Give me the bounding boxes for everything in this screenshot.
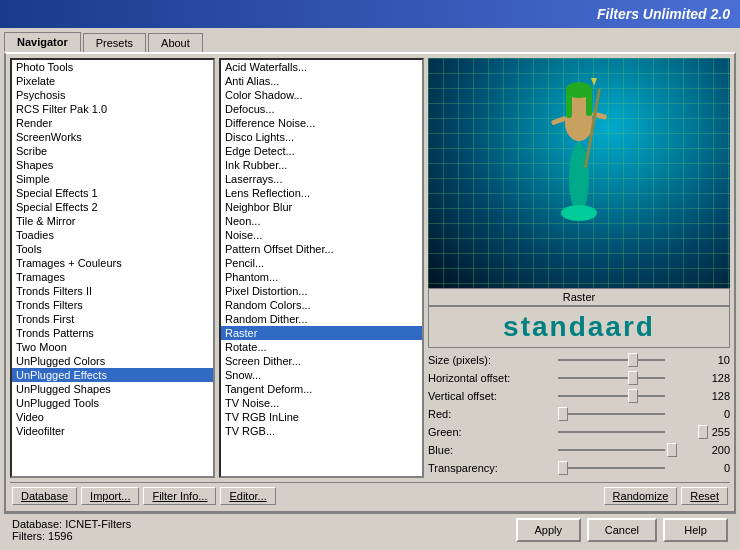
apply-button[interactable]: Apply	[516, 518, 581, 542]
tab-bar: Navigator Presets About	[4, 32, 736, 52]
middle-list-item[interactable]: Neighbor Blur	[221, 200, 422, 214]
param-slider[interactable]	[558, 424, 695, 440]
middle-list-item[interactable]: Disco Lights...	[221, 130, 422, 144]
left-list-item[interactable]: Tronds Patterns	[12, 326, 213, 340]
middle-list-item[interactable]: Laserrays...	[221, 172, 422, 186]
middle-list-item[interactable]: TV RGB InLine	[221, 410, 422, 424]
middle-list-item[interactable]: Edge Detect...	[221, 144, 422, 158]
left-list-item[interactable]: UnPlugged Tools	[12, 396, 213, 410]
middle-list-item[interactable]: TV RGB...	[221, 424, 422, 438]
svg-rect-7	[551, 116, 567, 126]
middle-list-item[interactable]: Pixel Distortion...	[221, 284, 422, 298]
tab-navigator[interactable]: Navigator	[4, 32, 81, 52]
preview-pane: Raster standaard Size (pixels):10Horizon…	[428, 58, 730, 478]
left-list-item[interactable]: Toadies	[12, 228, 213, 242]
middle-list-item[interactable]: Neon...	[221, 214, 422, 228]
left-list-item[interactable]: Two Moon	[12, 340, 213, 354]
bottom-toolbar: Database Import... Filter Info... Editor…	[10, 482, 730, 507]
filter-info-button[interactable]: Filter Info...	[143, 487, 216, 505]
middle-list-item[interactable]: Rotate...	[221, 340, 422, 354]
help-button[interactable]: Help	[663, 518, 728, 542]
left-list-item[interactable]: Tronds Filters II	[12, 284, 213, 298]
middle-list-item[interactable]: Raster	[221, 326, 422, 340]
param-slider[interactable]	[558, 406, 695, 422]
middle-list-item[interactable]: Snow...	[221, 368, 422, 382]
cancel-button[interactable]: Cancel	[587, 518, 657, 542]
left-list-item[interactable]: ScreenWorks	[12, 130, 213, 144]
param-value: 128	[695, 372, 730, 384]
preview-label: Raster	[428, 288, 730, 306]
param-value: 0	[695, 462, 730, 474]
param-row: Red:0	[428, 406, 730, 422]
params-section: Size (pixels):10Horizontal offset:128Ver…	[428, 352, 730, 478]
param-row: Transparency:0	[428, 460, 730, 476]
param-label: Size (pixels):	[428, 354, 558, 366]
left-list-item[interactable]: Pixelate	[12, 74, 213, 88]
left-list-item[interactable]: Simple	[12, 172, 213, 186]
left-list-item[interactable]: Video	[12, 410, 213, 424]
left-list-item[interactable]: Shapes	[12, 158, 213, 172]
middle-list-item[interactable]: Ink Rubber...	[221, 158, 422, 172]
editor-button[interactable]: Editor...	[220, 487, 275, 505]
import-button[interactable]: Import...	[81, 487, 139, 505]
param-slider[interactable]	[558, 442, 695, 458]
left-list-item[interactable]: UnPlugged Effects	[12, 368, 213, 382]
left-list-item[interactable]: Scribe	[12, 144, 213, 158]
middle-list-item[interactable]: Tangent Deform...	[221, 382, 422, 396]
param-value: 10	[695, 354, 730, 366]
tab-presets[interactable]: Presets	[83, 33, 146, 52]
param-row: Vertical offset:128	[428, 388, 730, 404]
left-list-item[interactable]: Tramages + Couleurs	[12, 256, 213, 270]
param-row: Blue:200	[428, 442, 730, 458]
param-slider[interactable]	[558, 352, 695, 368]
left-list-item[interactable]: Special Effects 1	[12, 186, 213, 200]
left-listbox[interactable]: Photo ToolsPixelatePsychosisRCS Filter P…	[10, 58, 215, 478]
top-section: Photo ToolsPixelatePsychosisRCS Filter P…	[10, 58, 730, 478]
left-list-item[interactable]: UnPlugged Shapes	[12, 382, 213, 396]
randomize-button[interactable]: Randomize	[604, 487, 678, 505]
database-button[interactable]: Database	[12, 487, 77, 505]
left-list-item[interactable]: Psychosis	[12, 88, 213, 102]
svg-rect-3	[566, 88, 572, 118]
param-label: Green:	[428, 426, 558, 438]
middle-list-item[interactable]: TV Noise...	[221, 396, 422, 410]
param-slider[interactable]	[558, 370, 695, 386]
param-label: Horizontal offset:	[428, 372, 558, 384]
param-slider[interactable]	[558, 460, 695, 476]
param-row: Size (pixels):10	[428, 352, 730, 368]
left-list-item[interactable]: Videofilter	[12, 424, 213, 438]
middle-list-item[interactable]: Random Dither...	[221, 312, 422, 326]
left-list-item[interactable]: Tile & Mirror	[12, 214, 213, 228]
left-list-item[interactable]: Tramages	[12, 270, 213, 284]
left-list-item[interactable]: Render	[12, 116, 213, 130]
middle-list-item[interactable]: Noise...	[221, 228, 422, 242]
preview-image	[428, 58, 730, 288]
left-list-item[interactable]: UnPlugged Colors	[12, 354, 213, 368]
middle-list-item[interactable]: Anti Alias...	[221, 74, 422, 88]
middle-list-item[interactable]: Difference Noise...	[221, 116, 422, 130]
tab-about[interactable]: About	[148, 33, 203, 52]
left-list-item[interactable]: RCS Filter Pak 1.0	[12, 102, 213, 116]
database-label: Database:	[12, 518, 62, 530]
middle-list-item[interactable]: Screen Dither...	[221, 354, 422, 368]
left-list-item[interactable]: Tronds First	[12, 312, 213, 326]
middle-list-item[interactable]: Acid Waterfalls...	[221, 60, 422, 74]
param-row: Green:255	[428, 424, 730, 440]
left-list-item[interactable]: Special Effects 2	[12, 200, 213, 214]
left-list-item[interactable]: Tronds Filters	[12, 298, 213, 312]
reset-button[interactable]: Reset	[681, 487, 728, 505]
middle-list-item[interactable]: Defocus...	[221, 102, 422, 116]
middle-listbox[interactable]: Acid Waterfalls...Anti Alias...Color Sha…	[219, 58, 424, 478]
middle-list-item[interactable]: Lens Reflection...	[221, 186, 422, 200]
middle-list-item[interactable]: Phantom...	[221, 270, 422, 284]
param-slider[interactable]	[558, 388, 695, 404]
middle-list-item[interactable]: Pattern Offset Dither...	[221, 242, 422, 256]
middle-list-item[interactable]: Random Colors...	[221, 298, 422, 312]
middle-list-item[interactable]: Color Shadow...	[221, 88, 422, 102]
left-list-item[interactable]: Photo Tools	[12, 60, 213, 74]
param-label: Vertical offset:	[428, 390, 558, 402]
app-title: Filters Unlimited 2.0	[597, 6, 730, 22]
param-value: 128	[695, 390, 730, 402]
middle-list-item[interactable]: Pencil...	[221, 256, 422, 270]
left-list-item[interactable]: Tools	[12, 242, 213, 256]
